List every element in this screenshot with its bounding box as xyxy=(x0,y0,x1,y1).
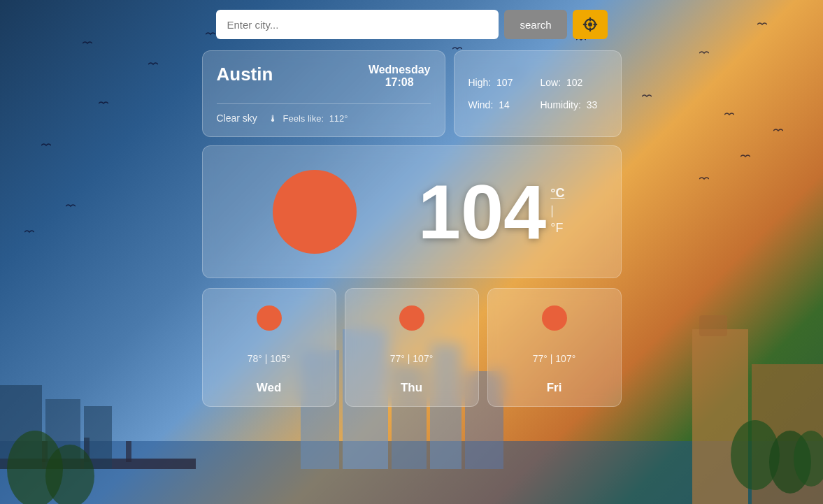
forecast-sun-icon xyxy=(399,305,424,331)
search-input[interactable] xyxy=(216,10,499,39)
city-name: Austin xyxy=(217,64,273,85)
forecast-day: Thu xyxy=(401,381,422,395)
sun-icon xyxy=(273,170,357,254)
location-button[interactable] xyxy=(573,10,608,39)
forecast-card: 77° | 107° Thu xyxy=(345,288,479,407)
city-day: Wednesday xyxy=(368,64,431,76)
forecast-sun-icon xyxy=(542,305,567,331)
stats-card: High: 107 Low: 102 Wind: 14 Humidity: 33 xyxy=(454,50,622,137)
unit-divider: | xyxy=(550,203,564,218)
city-info-card: Austin Wednesday 17:08 Clear sky 🌡 Feels… xyxy=(202,50,445,137)
forecast-day: Fri xyxy=(547,381,562,395)
forecast-card: 78° | 105° Wed xyxy=(202,288,336,407)
forecast-temps: 77° | 107° xyxy=(533,353,576,364)
forecast-sun-icon xyxy=(257,305,282,331)
stat-high: High: 107 xyxy=(468,77,535,88)
crosshair-icon xyxy=(582,17,598,32)
celsius-button[interactable]: °C xyxy=(550,186,564,201)
city-condition: Clear sky xyxy=(217,113,257,124)
top-cards: Austin Wednesday 17:08 Clear sky 🌡 Feels… xyxy=(202,50,622,137)
svg-point-26 xyxy=(589,23,592,26)
temperature-card: 104 °C | °F xyxy=(202,145,622,278)
stat-humidity: Humidity: 33 xyxy=(541,99,607,110)
fahrenheit-button[interactable]: °F xyxy=(550,221,564,236)
forecast-card: 77° | 107° Fri xyxy=(487,288,622,407)
city-bottom-info: Clear sky 🌡 Feels like: 112° xyxy=(217,113,431,124)
forecast-temps: 78° | 105° xyxy=(248,353,291,364)
thermometer-icon: 🌡 xyxy=(269,113,278,124)
forecast-temps: 77° | 107° xyxy=(390,353,434,364)
city-time: 17:08 xyxy=(368,76,431,89)
stat-low: Low: 102 xyxy=(541,77,607,88)
forecast-day: Wed xyxy=(257,381,282,395)
city-datetime: Wednesday 17:08 xyxy=(368,64,431,89)
temperature-display: 104 °C | °F xyxy=(418,173,565,250)
search-row: search xyxy=(216,10,608,39)
forecast-row: 78° | 105° Wed 77° | 107° Thu 77° | 107°… xyxy=(202,288,622,407)
temperature-value: 104 xyxy=(418,173,547,250)
city-feels: 🌡 Feels like: 112° xyxy=(269,113,348,124)
stat-wind: Wind: 14 xyxy=(468,99,535,110)
temperature-units: °C | °F xyxy=(550,173,564,236)
search-button[interactable]: search xyxy=(504,10,566,39)
main-content: search Austin Wednesday 17:08 xyxy=(0,0,823,504)
